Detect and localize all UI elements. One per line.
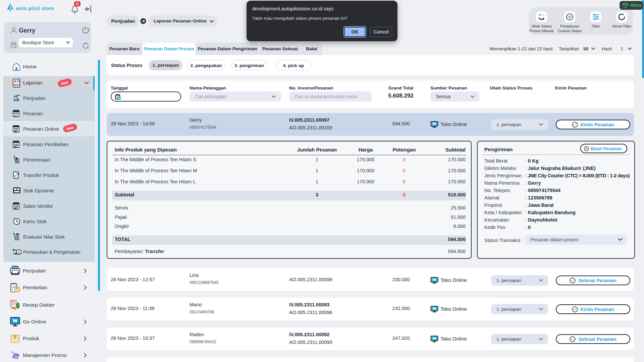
svg-text:$: $ [18, 251, 20, 254]
svg-text:RP: RP [16, 234, 19, 236]
